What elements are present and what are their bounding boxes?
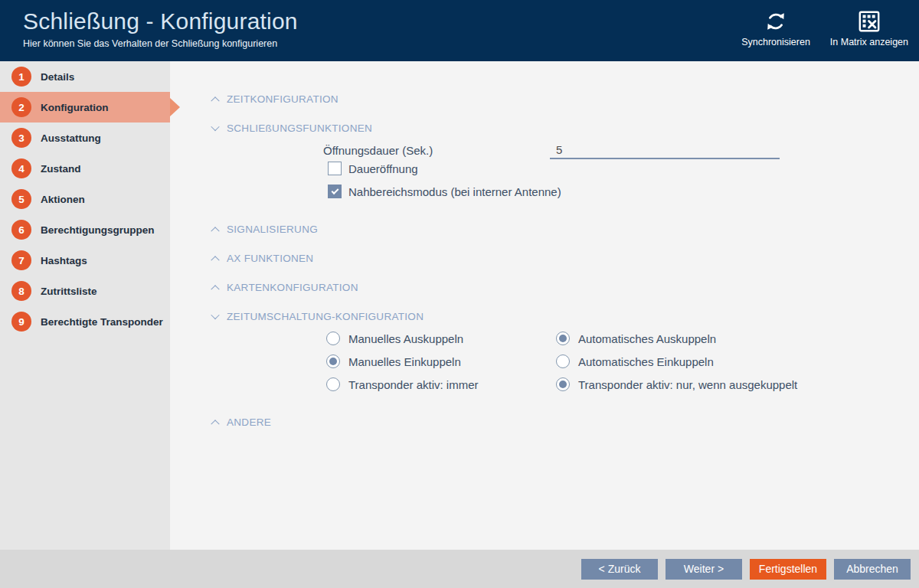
- sidebar-item-zutrittsliste[interactable]: 8 Zutrittsliste: [0, 276, 170, 306]
- cancel-button[interactable]: Abbrechen: [834, 559, 911, 580]
- header-actions: Synchronisieren In Matrix anzeigen: [741, 0, 919, 61]
- radio-dot: [329, 358, 337, 365]
- step-number: 3: [11, 128, 31, 148]
- radio-selected-icon[interactable]: [556, 332, 570, 345]
- section-zeitkonfiguration[interactable]: ZEITKONFIGURATION: [170, 91, 919, 106]
- radio-transponder-aktiv-immer[interactable]: Transponder aktiv: immer: [326, 373, 556, 396]
- oeffnungsdauer-input[interactable]: [550, 143, 780, 159]
- sidebar-item-label: Berechtigte Transponder: [41, 316, 163, 328]
- chevron-up-icon: [211, 420, 219, 428]
- section-ax-funktionen[interactable]: AX FUNKTIONEN: [170, 250, 919, 266]
- sidebar-item-label: Ausstattung: [41, 132, 101, 144]
- daueroeffnung-checkbox-row[interactable]: Daueröffnung: [170, 159, 919, 178]
- radio-unselected-icon[interactable]: [326, 332, 340, 345]
- next-button[interactable]: Weiter >: [666, 559, 742, 580]
- check-icon: [331, 187, 338, 194]
- back-button[interactable]: < Zurück: [581, 559, 658, 580]
- matrix-icon: [858, 9, 881, 34]
- section-label: ZEITUMSCHALTUNG-KONFIGURATION: [227, 311, 424, 322]
- chevron-up-icon: [211, 256, 219, 264]
- footer-toolbar: < Zurück Weiter > Fertigstellen Abbreche…: [0, 550, 919, 588]
- section-label: KARTENKONFIGURATION: [227, 282, 358, 293]
- config-panel: ZEITKONFIGURATION SCHLIEßUNGSFUNKTIONEN …: [170, 61, 919, 550]
- step-number: 1: [11, 67, 31, 87]
- nahbereichsmodus-checkbox-row[interactable]: Nahbereichsmodus (bei interner Antenne): [170, 182, 919, 201]
- section-signalisierung[interactable]: SIGNALISIERUNG: [170, 221, 919, 237]
- page-title: Schließung - Konfiguration: [23, 8, 298, 35]
- section-label: AX FUNKTIONEN: [227, 253, 313, 264]
- oeffnungsdauer-label: Öffnungsdauer (Sek.): [323, 144, 550, 159]
- chevron-down-icon: [211, 311, 219, 319]
- section-label: SIGNALISIERUNG: [227, 224, 318, 235]
- radio-dot: [559, 381, 567, 388]
- wizard-sidebar: 1 Details 2 Konfiguration 3 Ausstattung …: [0, 61, 170, 550]
- step-number: 7: [11, 250, 31, 270]
- radio-label: Automatisches Einkuppeln: [578, 355, 714, 368]
- sidebar-item-label: Zutrittsliste: [41, 286, 97, 297]
- sidebar-item-label: Aktionen: [41, 194, 85, 205]
- checkbox-unchecked-icon[interactable]: [328, 162, 342, 175]
- chevron-up-icon: [211, 227, 219, 235]
- synchronize-label: Synchronisieren: [741, 37, 810, 47]
- radio-label: Transponder aktiv: nur, wenn ausgekuppel…: [578, 378, 797, 391]
- radio-automatisches-auskuppeln[interactable]: Automatisches Auskuppeln: [556, 327, 919, 350]
- sidebar-item-konfiguration[interactable]: 2 Konfiguration: [0, 92, 170, 122]
- section-label: ZEITKONFIGURATION: [227, 93, 338, 105]
- radio-transponder-aktiv-ausgekuppelt[interactable]: Transponder aktiv: nur, wenn ausgekuppel…: [556, 373, 919, 396]
- radio-label: Automatisches Auskuppeln: [578, 332, 716, 345]
- checkbox-label: Daueröffnung: [348, 162, 418, 175]
- radio-manuelles-einkuppeln[interactable]: Manuelles Einkuppeln: [326, 350, 556, 373]
- section-zeitumschaltung-konfiguration[interactable]: ZEITUMSCHALTUNG-KONFIGURATION: [170, 309, 919, 324]
- checkbox-checked-icon[interactable]: [328, 185, 342, 198]
- body: 1 Details 2 Konfiguration 3 Ausstattung …: [0, 61, 919, 550]
- sidebar-item-berechtigungsgruppen[interactable]: 6 Berechtigungsgruppen: [0, 214, 170, 245]
- chevron-up-icon: [211, 96, 219, 105]
- sidebar-item-details[interactable]: 1 Details: [0, 61, 170, 92]
- page-subtitle: Hier können Sie das Verhalten der Schlie…: [23, 38, 298, 49]
- sidebar-item-berechtigte-transponder[interactable]: 9 Berechtigte Transponder: [0, 306, 170, 337]
- radio-label: Manuelles Auskuppeln: [348, 332, 463, 345]
- synchronize-button[interactable]: Synchronisieren: [741, 9, 810, 47]
- section-andere[interactable]: ANDERE: [170, 414, 919, 430]
- active-step-arrow: [170, 98, 180, 116]
- sidebar-item-label: Berechtigungsgruppen: [41, 224, 155, 236]
- step-number: 9: [11, 312, 31, 332]
- sidebar-item-hashtags[interactable]: 7 Hashtags: [0, 245, 170, 276]
- section-label: SCHLIEßUNGSFUNKTIONEN: [227, 122, 372, 134]
- show-in-matrix-label: In Matrix anzeigen: [830, 37, 908, 47]
- chevron-up-icon: [211, 285, 219, 293]
- radio-unselected-icon[interactable]: [556, 354, 570, 368]
- section-kartenkonfiguration[interactable]: KARTENKONFIGURATION: [170, 279, 919, 295]
- window: Schließung - Konfiguration Hier können S…: [0, 0, 919, 588]
- sync-icon: [764, 9, 787, 34]
- step-number: 5: [11, 189, 31, 209]
- sidebar-item-zustand[interactable]: 4 Zustand: [0, 153, 170, 184]
- header: Schließung - Konfiguration Hier können S…: [0, 0, 919, 61]
- checkbox-label: Nahbereichsmodus (bei interner Antenne): [348, 185, 561, 198]
- sidebar-item-label: Hashtags: [41, 255, 87, 266]
- radio-selected-icon[interactable]: [556, 377, 570, 391]
- radio-label: Manuelles Einkuppeln: [348, 355, 461, 368]
- oeffnungsdauer-row: Öffnungsdauer (Sek.): [170, 141, 919, 159]
- sidebar-item-ausstattung[interactable]: 3 Ausstattung: [0, 122, 170, 153]
- radio-unselected-icon[interactable]: [326, 377, 340, 391]
- header-text: Schließung - Konfiguration Hier können S…: [0, 0, 298, 61]
- show-in-matrix-button[interactable]: In Matrix anzeigen: [830, 9, 908, 47]
- radio-automatisches-einkuppeln[interactable]: Automatisches Einkuppeln: [556, 350, 919, 373]
- sidebar-item-label: Zustand: [41, 163, 81, 175]
- section-schliessungsfunktionen[interactable]: SCHLIEßUNGSFUNKTIONEN: [170, 120, 919, 136]
- radio-selected-icon[interactable]: [326, 354, 340, 368]
- step-number: 4: [11, 158, 31, 178]
- chevron-down-icon: [211, 122, 219, 131]
- step-number: 6: [11, 220, 31, 240]
- sidebar-item-aktionen[interactable]: 5 Aktionen: [0, 184, 170, 214]
- section-label: ANDERE: [227, 416, 271, 428]
- finish-button[interactable]: Fertigstellen: [750, 559, 826, 580]
- step-number: 8: [11, 281, 31, 301]
- radio-dot: [559, 335, 567, 342]
- zeitumschaltung-options: Manuelles Auskuppeln Automatisches Ausku…: [170, 327, 919, 396]
- radio-manuelles-auskuppeln[interactable]: Manuelles Auskuppeln: [326, 327, 556, 350]
- step-number: 2: [11, 97, 31, 117]
- sidebar-item-label: Konfiguration: [41, 102, 108, 113]
- sidebar-item-label: Details: [41, 71, 74, 83]
